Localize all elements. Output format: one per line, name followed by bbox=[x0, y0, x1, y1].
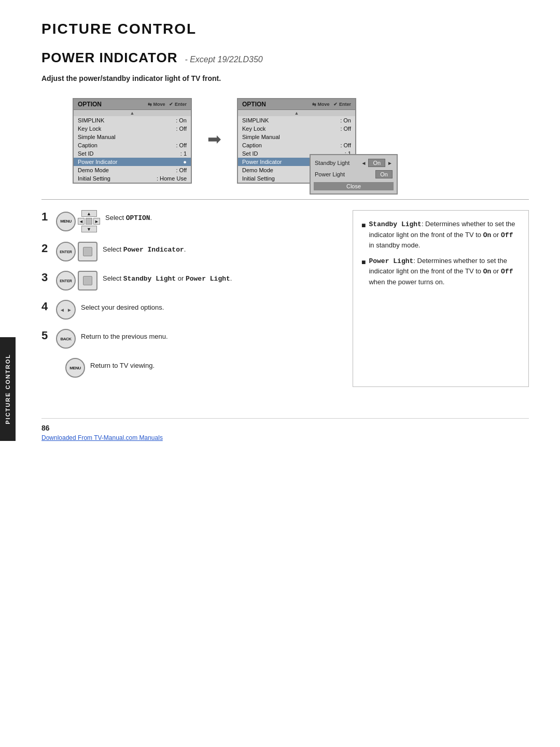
left-row-simplink: SIMPLINK : On bbox=[74, 116, 191, 125]
step-5-text: Return to the previous menu. bbox=[81, 332, 168, 341]
section-heading: POWER INDICATOR - Except 19/22LD350 bbox=[41, 50, 529, 66]
info-standby-label: Standby Light bbox=[369, 220, 421, 228]
right-row-keylock: Key Lock : Off bbox=[238, 125, 355, 133]
left-option-menu: OPTION ⇆ Move ✔ Enter ▲ SIMPLINK : On Ke… bbox=[73, 98, 192, 184]
left-menu-header: OPTION ⇆ Move ✔ Enter bbox=[74, 99, 191, 110]
step-4-text: Select your desired options. bbox=[81, 303, 164, 312]
standby-light-value: On bbox=[368, 159, 385, 167]
step-5: 5 BACK Return to the previous menu. bbox=[41, 329, 332, 349]
arrow-right: ➡ bbox=[192, 129, 237, 149]
enter-button[interactable]: ENTER bbox=[56, 242, 76, 261]
step-2-square bbox=[78, 242, 97, 261]
diagrams-row: OPTION ⇆ Move ✔ Enter ▲ SIMPLINK : On Ke… bbox=[73, 98, 529, 184]
step-1-icons: MENU ▲ ◄ ► ▼ bbox=[56, 210, 100, 232]
step-menu-return: MENU Return to TV viewing. bbox=[41, 358, 332, 378]
info-power-label: Power Light bbox=[369, 257, 413, 265]
section-divider bbox=[41, 199, 529, 200]
sidebar-label-text: PICTURE CONTROL bbox=[5, 354, 11, 424]
step-3: 3 ENTER Select Standby Light or Power Li… bbox=[41, 271, 332, 290]
standby-left-arrow: ◄ bbox=[361, 160, 367, 166]
power-light-value: On bbox=[375, 170, 393, 178]
submenu-standbylight: Standby Light ◄ On ► bbox=[311, 157, 397, 169]
left-row-caption: Caption : Off bbox=[74, 141, 191, 149]
info-box: ■ Standby Light: Determines whether to s… bbox=[353, 210, 529, 387]
steps-left: 1 MENU ▲ ◄ ► ▼ Select OPT bbox=[41, 210, 332, 387]
step-menu-text: Return to TV viewing. bbox=[90, 361, 155, 370]
left-row-simplemanual: Simple Manual bbox=[74, 133, 191, 141]
sidebar-label: PICTURE CONTROL bbox=[0, 337, 16, 441]
right-menu-title: OPTION bbox=[242, 101, 266, 108]
right-menu-hints: ⇆ Move ✔ Enter bbox=[312, 102, 351, 107]
left-row-setid: Set ID : 1 bbox=[74, 149, 191, 158]
step-3-square bbox=[78, 271, 97, 290]
back-button[interactable]: BACK bbox=[56, 329, 76, 349]
standby-right-arrow: ► bbox=[387, 160, 393, 166]
description: Adjust the power/standby indicator light… bbox=[41, 74, 529, 82]
step-2: 2 ENTER Select Power Indicator. bbox=[41, 242, 332, 261]
return-menu-button[interactable]: MENU bbox=[65, 358, 85, 378]
left-row-initialsetting: Initial Setting : Home Use bbox=[74, 174, 191, 183]
right-row-caption: Caption : Off bbox=[238, 141, 355, 149]
menu-button[interactable]: MENU bbox=[56, 212, 76, 231]
left-menu-title: OPTION bbox=[78, 101, 102, 108]
info-bullet-power: ■ Power Light: Determines whether to set… bbox=[361, 256, 520, 287]
step-4-lr-btn: ◄ ► bbox=[56, 300, 76, 320]
info-bullet-standby: ■ Standby Light: Determines whether to s… bbox=[361, 219, 520, 251]
footer: 86 Downloaded From TV-Manual.com Manuals bbox=[41, 418, 529, 441]
step-1: 1 MENU ▲ ◄ ► ▼ Select OPT bbox=[41, 210, 332, 232]
step-5-icons: BACK bbox=[56, 329, 76, 349]
section-title: POWER INDICATOR bbox=[41, 50, 177, 65]
submenu-powerlight: Power Light On bbox=[311, 169, 397, 180]
right-row-simplink: SIMPLINK : On bbox=[238, 116, 355, 125]
right-menu-header: OPTION ⇆ Move ✔ Enter bbox=[238, 99, 355, 110]
page-title: PICTURE CONTROL bbox=[41, 21, 529, 37]
step-3-text: Select Standby Light or Power Light. bbox=[103, 274, 232, 284]
step-4-icons: ◄ ► bbox=[56, 300, 76, 320]
right-row-simplemanual: Simple Manual bbox=[238, 133, 355, 141]
submenu-close: Close bbox=[314, 182, 394, 190]
left-menu-scroll-up: ▲ bbox=[74, 110, 191, 116]
step-4: 4 ◄ ► Select your desired options. bbox=[41, 300, 332, 320]
right-diagram: OPTION ⇆ Move ✔ Enter ▲ SIMPLINK : On Ke… bbox=[237, 98, 356, 184]
submenu-popup: Standby Light ◄ On ► Power Light On Clos… bbox=[310, 154, 398, 195]
section-subtitle: - Except 19/22LD350 bbox=[185, 55, 262, 64]
step-menu-icons: MENU bbox=[65, 358, 85, 378]
step-3-icons: ENTER bbox=[56, 271, 97, 290]
step-1-dpad: ▲ ◄ ► ▼ bbox=[78, 210, 100, 232]
left-menu-hints: ⇆ Move ✔ Enter bbox=[148, 102, 187, 107]
left-row-powerindicator: Power Indicator ● bbox=[74, 158, 191, 166]
right-menu-scroll-up: ▲ bbox=[238, 110, 355, 116]
standby-light-label: Standby Light bbox=[315, 160, 349, 166]
left-row-demomode: Demo Mode : Off bbox=[74, 166, 191, 174]
step-1-text: Select OPTION. bbox=[105, 213, 152, 223]
page-number: 86 bbox=[41, 424, 529, 432]
left-row-keylock: Key Lock : Off bbox=[74, 125, 191, 133]
power-light-label: Power Light bbox=[315, 171, 345, 177]
steps-container: 1 MENU ▲ ◄ ► ▼ Select OPT bbox=[41, 210, 529, 387]
footer-link[interactable]: Downloaded From TV-Manual.com Manuals bbox=[41, 434, 529, 441]
step-2-icons: ENTER bbox=[56, 242, 97, 261]
step3-enter-button[interactable]: ENTER bbox=[56, 271, 76, 290]
step-2-text: Select Power Indicator. bbox=[103, 245, 186, 255]
